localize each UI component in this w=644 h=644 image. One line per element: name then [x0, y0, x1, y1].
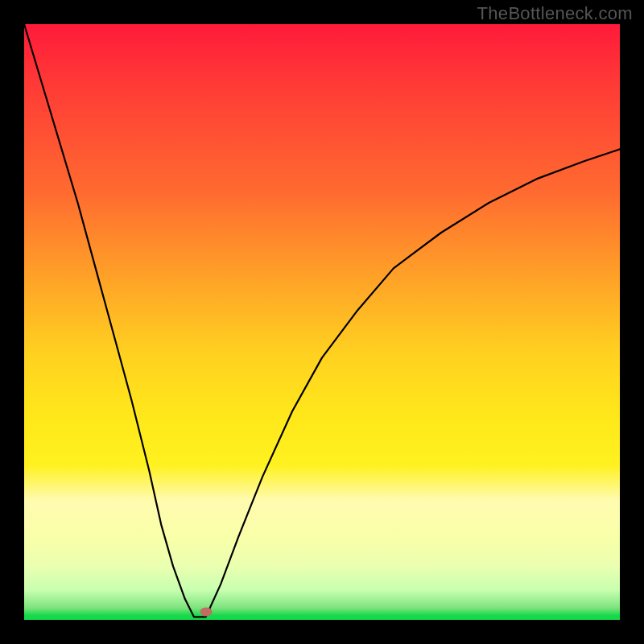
- minimum-marker-icon: [200, 607, 212, 616]
- watermark-text: TheBottleneck.com: [477, 3, 633, 24]
- chart-stage: TheBottleneck.com: [0, 0, 644, 644]
- bottleneck-curve: [24, 24, 620, 620]
- plot-area: [24, 24, 620, 620]
